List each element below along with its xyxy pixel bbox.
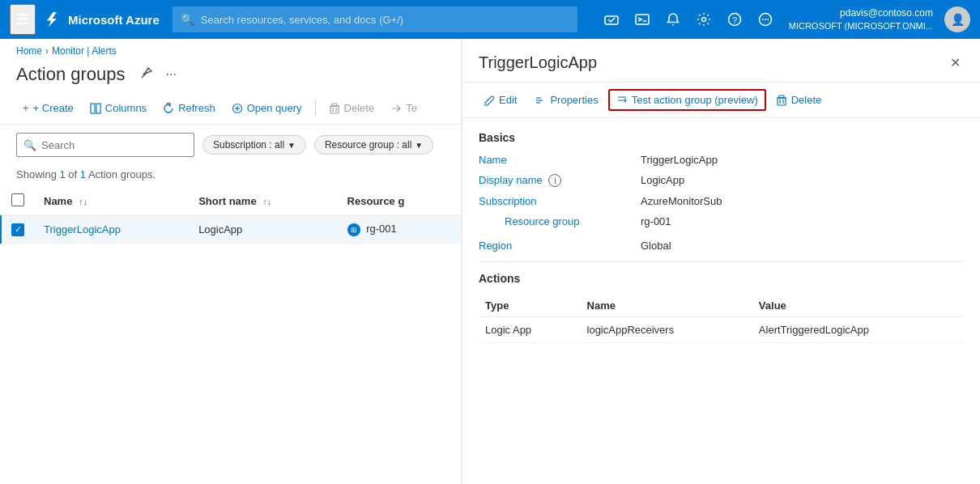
shortname-sort-icon[interactable]: ↑↓ <box>262 197 271 206</box>
actions-row: Logic App logicAppReceivers AlertTrigger… <box>479 317 964 343</box>
displayname-info-icon[interactable]: i <box>548 174 561 187</box>
top-navigation: ☰ Microsoft Azure 🔍 ? pdavis@contoso.com <box>0 0 980 39</box>
detail-subscription-row: Subscription AzureMonitorSub <box>479 195 964 207</box>
hamburger-menu-button[interactable]: ☰ <box>10 4 36 35</box>
global-search-input[interactable] <box>201 14 569 26</box>
displayname-value: LogicApp <box>641 174 684 186</box>
right-delete-label: Delete <box>791 94 822 106</box>
open-query-icon <box>232 103 243 114</box>
detail-name-row: Name TriggerLogicApp <box>479 154 964 166</box>
create-button[interactable]: + + Create <box>16 97 80 119</box>
breadcrumb-monitor[interactable]: Monitor | Alerts <box>52 45 117 57</box>
row-resourcegroup: rg-001 <box>366 223 397 235</box>
cloud-shell-button[interactable] <box>598 6 625 33</box>
row-name-cell[interactable]: TriggerLogicApp <box>34 216 189 244</box>
pin-button[interactable] <box>137 63 156 86</box>
left-panel: Home › Monitor | Alerts Action groups ··… <box>0 39 462 484</box>
right-toolbar: Edit Properties Test action group (previ… <box>462 83 980 118</box>
terminal-button[interactable] <box>628 6 656 33</box>
azure-logo-icon <box>42 10 62 29</box>
search-input[interactable] <box>41 139 187 151</box>
detail-resourcegroup-row: Resource group rg-001 <box>479 215 964 231</box>
table-row[interactable]: ✓ TriggerLogicApp LogicApp ⊞ rg-001 <box>1 216 461 244</box>
basics-section-title: Basics <box>479 131 964 144</box>
global-search-box[interactable]: 🔍 <box>173 6 577 32</box>
right-panel-header: TriggerLogicApp ✕ <box>462 39 980 83</box>
close-button[interactable]: ✕ <box>947 52 964 74</box>
resourcegroup-value: rg-001 <box>641 215 671 227</box>
page-title-area: Action groups ··· <box>0 60 461 92</box>
notifications-button[interactable] <box>659 6 687 33</box>
title-icons: ··· <box>137 63 180 86</box>
breadcrumb-home[interactable]: Home <box>16 45 42 57</box>
test-action-group-label: Test action group (preview) <box>632 94 758 106</box>
delete-icon <box>329 103 340 114</box>
action-value-cell: AlertTriggeredLogicApp <box>752 317 964 343</box>
actions-header-row: Type Name Value <box>479 295 964 317</box>
delete-label: Delete <box>344 102 375 114</box>
subscription-filter[interactable]: Subscription : all ▼ <box>202 135 306 155</box>
svg-text:?: ? <box>732 15 737 25</box>
svg-point-10 <box>767 19 769 20</box>
row-shortname: LogicApp <box>198 223 242 236</box>
search-icon: 🔍 <box>181 13 194 26</box>
more-options-button[interactable]: ··· <box>163 64 180 85</box>
displayname-label: Display name i <box>479 174 641 187</box>
row-shortname-cell: LogicApp <box>189 216 337 244</box>
te-icon <box>390 103 402 114</box>
row-checkbox-cell[interactable]: ✓ <box>1 216 34 244</box>
action-type-cell: Logic App <box>479 317 581 343</box>
columns-button[interactable]: Columns <box>83 97 153 119</box>
name-sort-icon[interactable]: ↑↓ <box>79 197 87 206</box>
properties-button[interactable]: Properties <box>526 89 606 111</box>
action-groups-table: Name ↑↓ Short name ↑↓ Resource g <box>0 187 461 244</box>
row-resourcegroup-cell: ⊞ rg-001 <box>338 216 461 244</box>
main-toolbar: + + Create Columns Refresh Open query De… <box>0 92 461 125</box>
columns-label: Columns <box>105 102 147 114</box>
te-button[interactable]: Te <box>384 97 424 119</box>
showing-total[interactable]: 1 <box>80 168 86 180</box>
filter-row: 🔍 Subscription : all ▼ Resource group : … <box>0 125 461 165</box>
feedback-button[interactable] <box>752 6 779 33</box>
refresh-icon <box>163 103 174 114</box>
refresh-button[interactable]: Refresh <box>156 97 222 119</box>
svg-rect-28 <box>779 96 784 98</box>
row-name: TriggerLogicApp <box>44 223 121 236</box>
table-header-shortname: Short name ↑↓ <box>189 187 337 216</box>
help-button[interactable]: ? <box>721 6 748 33</box>
page-title: Action groups <box>16 64 126 85</box>
svg-rect-20 <box>332 104 337 106</box>
search-box[interactable]: 🔍 <box>16 133 194 157</box>
showing-current[interactable]: 1 <box>59 168 65 180</box>
edit-button[interactable]: Edit <box>475 89 525 111</box>
search-box-icon: 🔍 <box>23 139 36 151</box>
action-name-cell: logicAppReceivers <box>581 317 752 343</box>
table-header-row: Name ↑↓ Short name ↑↓ Resource g <box>1 187 461 216</box>
row-checkbox-checked: ✓ <box>11 223 24 236</box>
test-action-group-icon <box>616 95 628 106</box>
svg-point-8 <box>762 19 764 20</box>
actions-section-title: Actions <box>479 272 964 285</box>
test-action-group-button[interactable]: Test action group (preview) <box>608 89 766 111</box>
table-header-name: Name ↑↓ <box>34 187 189 216</box>
edit-icon <box>484 95 495 106</box>
detail-region-row: Region Global <box>479 240 964 252</box>
azure-logo-text: Microsoft Azure <box>68 13 160 27</box>
azure-logo: Microsoft Azure <box>42 10 160 29</box>
properties-label: Properties <box>550 94 598 106</box>
user-info: pdavis@contoso.com MICROSOFT (MICROSOFT.… <box>789 7 933 32</box>
svg-point-4 <box>701 18 705 22</box>
name-value: TriggerLogicApp <box>641 154 718 166</box>
te-label: Te <box>406 102 417 114</box>
refresh-label: Refresh <box>178 102 215 114</box>
resource-group-filter[interactable]: Resource group : all ▼ <box>314 135 433 155</box>
user-avatar[interactable]: 👤 <box>944 6 970 32</box>
right-delete-button[interactable]: Delete <box>768 89 830 111</box>
settings-button[interactable] <box>690 6 718 33</box>
open-query-button[interactable]: Open query <box>225 97 309 119</box>
delete-button[interactable]: Delete <box>322 97 381 119</box>
table-header-resourcegroup: Resource g <box>338 187 461 216</box>
svg-rect-12 <box>96 104 100 113</box>
showing-sep: of <box>66 168 80 180</box>
table-header-checkbox[interactable] <box>1 187 34 216</box>
